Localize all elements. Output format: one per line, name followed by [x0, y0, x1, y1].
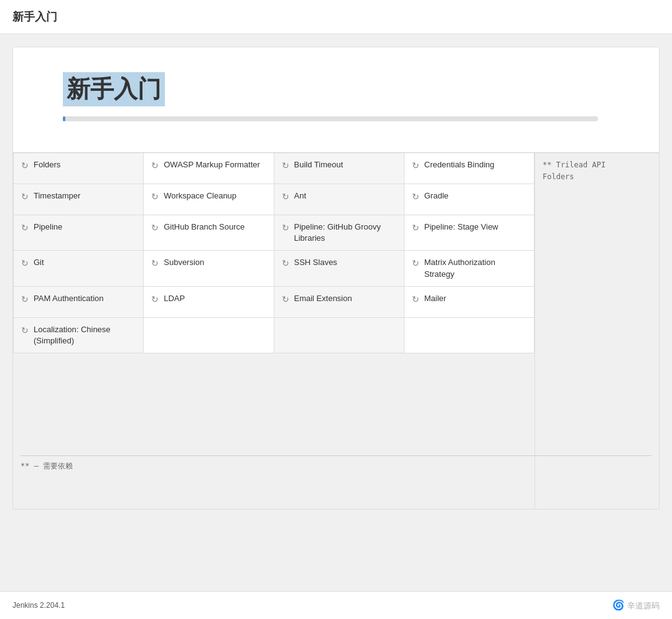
plugin-grid: ↻ Folders ↻ OWASP Markup Formatter ↻ Bui… — [13, 153, 534, 353]
plugin-cell[interactable]: ↻ Workspace Cleanup — [144, 184, 274, 215]
refresh-icon: ↻ — [282, 294, 289, 304]
plugin-cell[interactable]: ↻ Timestamper — [14, 184, 144, 215]
plugin-cell[interactable]: ↻ Matrix Authorization Strategy — [404, 251, 534, 286]
jenkins-version: Jenkins 2.204.1 — [12, 601, 65, 610]
refresh-icon: ↻ — [412, 161, 419, 170]
plugin-cell[interactable]: ↻ LDAP — [144, 287, 274, 318]
plugin-name: LDAP — [164, 293, 185, 304]
plugin-name: Pipeline: Stage View — [424, 221, 498, 233]
refresh-icon: ↻ — [21, 258, 29, 268]
top-bar: 新手入门 — [0, 0, 672, 34]
plugin-name: Mailer — [424, 293, 446, 304]
sidebar-bottom-text: ** – 需要依赖 — [21, 462, 73, 470]
plugin-name: Build Timeout — [294, 159, 343, 170]
plugin-cell[interactable]: ↻ Pipeline — [14, 215, 144, 251]
plugin-name: Ant — [294, 190, 307, 202]
plugin-cell[interactable]: ↻ Email Extension — [274, 287, 404, 318]
refresh-icon: ↻ — [21, 294, 29, 304]
refresh-icon: ↻ — [21, 161, 29, 170]
plugin-name: Git — [34, 257, 44, 268]
plugin-cell[interactable]: ↻ Git — [14, 251, 144, 286]
plugin-cell[interactable]: ↻ OWASP Markup Formatter — [144, 153, 274, 184]
refresh-icon: ↻ — [282, 223, 289, 233]
plugin-cell[interactable]: ↻ PAM Authentication — [14, 287, 144, 318]
plugin-name: Localization: Chinese (Simplified) — [34, 324, 136, 347]
refresh-icon: ↻ — [151, 223, 159, 233]
refresh-icon: ↻ — [21, 325, 29, 335]
plugin-name: GitHub Branch Source — [164, 221, 245, 233]
plugin-name: Credentials Binding — [424, 159, 495, 170]
plugin-cell[interactable]: ↻ Localization: Chinese (Simplified) — [14, 318, 144, 353]
bottom-bar: Jenkins 2.204.1 🌀 辛道源码 — [0, 591, 672, 619]
refresh-icon: ↻ — [282, 192, 289, 202]
sidebar-bottom-note: ** – 需要依赖 — [21, 455, 651, 472]
plugin-cell[interactable]: ↻ SSH Slaves — [274, 251, 404, 286]
watermark: 🌀 辛道源码 — [612, 599, 660, 612]
plugin-cell[interactable]: ↻ Subversion — [144, 251, 274, 286]
refresh-icon: ↻ — [21, 223, 29, 233]
refresh-icon: ↻ — [151, 161, 159, 170]
empty-area — [13, 353, 534, 509]
plugin-cell[interactable]: ↻ GitHub Branch Source — [144, 215, 274, 251]
hero-title: 新手入门 — [63, 72, 165, 106]
plugin-cell[interactable]: ↻ Folders — [14, 153, 144, 184]
plugin-cell[interactable]: ↻ Ant — [274, 184, 404, 215]
plugin-name: PAM Authentication — [34, 293, 104, 304]
refresh-icon: ↻ — [151, 258, 159, 268]
sidebar: ** Trilead APIFolders ** – 需要依赖 — [534, 153, 659, 509]
plugin-name: Timestamper — [34, 190, 80, 202]
plugin-cell-empty — [144, 318, 274, 353]
plugin-cell-empty — [274, 318, 404, 353]
plugin-cell-empty — [404, 318, 534, 353]
plugin-name: Pipeline — [34, 221, 62, 233]
progress-bar-fill — [63, 116, 65, 121]
watermark-text: 辛道源码 — [627, 601, 660, 610]
plugin-section: ↻ Folders ↻ OWASP Markup Formatter ↻ Bui… — [13, 152, 659, 509]
refresh-icon: ↻ — [282, 258, 289, 268]
plugin-cell[interactable]: ↻ Pipeline: GitHub Groovy Libraries — [274, 215, 404, 251]
hero-section: 新手入门 — [13, 47, 659, 152]
plugin-name: Pipeline: GitHub Groovy Libraries — [294, 221, 396, 244]
refresh-icon: ↻ — [21, 192, 29, 202]
plugin-name: Email Extension — [294, 293, 352, 304]
progress-bar — [63, 116, 598, 121]
plugin-name: Matrix Authorization Strategy — [424, 257, 526, 279]
sidebar-top-note: ** Trilead APIFolders — [543, 159, 651, 183]
plugin-cell[interactable]: ↻ Gradle — [404, 184, 534, 215]
refresh-icon: ↻ — [412, 258, 419, 268]
plugin-name: Folders — [34, 159, 60, 170]
plugin-name: OWASP Markup Formatter — [164, 159, 260, 170]
plugin-name: Gradle — [424, 190, 449, 202]
plugin-cell[interactable]: ↻ Build Timeout — [274, 153, 404, 184]
plugin-name: SSH Slaves — [294, 257, 337, 268]
refresh-icon: ↻ — [412, 294, 419, 304]
refresh-icon: ↻ — [282, 161, 289, 170]
top-bar-title: 新手入门 — [12, 9, 57, 24]
plugin-name: Subversion — [164, 257, 204, 268]
sidebar-note-text: ** Trilead APIFolders — [543, 161, 605, 181]
plugin-cell[interactable]: ↻ Credentials Binding — [404, 153, 534, 184]
refresh-icon: ↻ — [412, 223, 419, 233]
refresh-icon: ↻ — [151, 294, 159, 304]
plugin-cell[interactable]: ↻ Pipeline: Stage View — [404, 215, 534, 251]
refresh-icon: ↻ — [412, 192, 419, 202]
refresh-icon: ↻ — [151, 192, 159, 202]
main-content: 新手入门 ↻ Folders ↻ OWASP Markup Formatter … — [12, 47, 660, 510]
plugin-name: Workspace Cleanup — [164, 190, 236, 202]
plugin-cell[interactable]: ↻ Mailer — [404, 287, 534, 318]
